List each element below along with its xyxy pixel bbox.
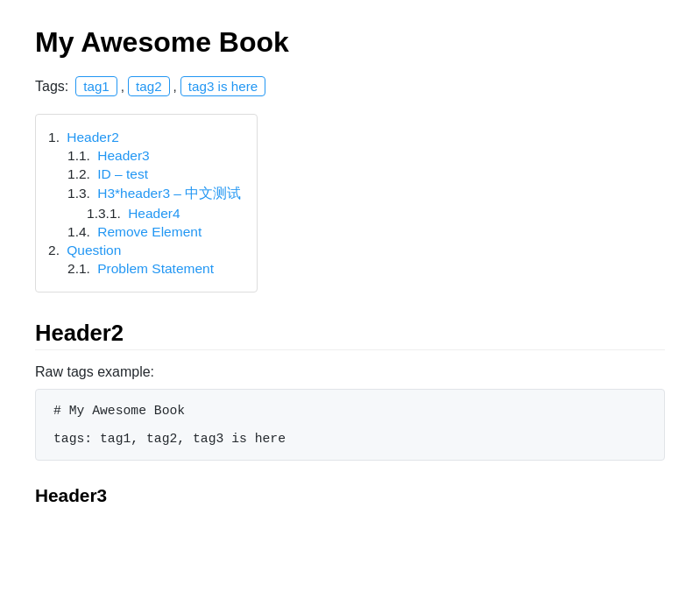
toc-item-1-3: 1.3. H3*header3 – 中文测试: [67, 185, 241, 203]
toc-item-1-4: 1.4. Remove Element: [67, 224, 241, 240]
toc-number-2: 2.: [48, 243, 60, 257]
toc-link-problem-statement[interactable]: Problem Statement: [97, 261, 214, 276]
table-of-contents: 1. Header2 1.1. Header3 1.2. ID – test 1…: [35, 114, 258, 292]
toc-number-2-1: 2.1.: [67, 261, 90, 276]
tag-badge-2: tag2: [128, 76, 170, 96]
toc-number-1: 1.: [48, 130, 60, 144]
toc-link-header2[interactable]: Header2: [67, 130, 119, 144]
toc-link-remove-element[interactable]: Remove Element: [97, 224, 202, 239]
toc-number-1-1: 1.1.: [67, 148, 90, 163]
toc-number-1-3: 1.3.: [67, 186, 90, 201]
tag-separator-1: ,: [121, 79, 124, 94]
toc-number-1-3-1: 1.3.1.: [87, 206, 121, 221]
toc-item-2: 2. Question: [48, 243, 241, 258]
section-heading-header3: Header3: [35, 485, 665, 506]
toc-link-header4[interactable]: Header4: [128, 206, 180, 221]
toc-item-1: 1. Header2: [48, 130, 241, 145]
toc-item-1-3-1: 1.3.1. Header4: [87, 206, 241, 222]
section-header3: Header3: [35, 485, 665, 506]
toc-number-1-4: 1.4.: [67, 224, 90, 239]
toc-list: 1. Header2 1.1. Header3 1.2. ID – test 1…: [48, 130, 241, 277]
section-header2: Header2 Raw tags example: # My Awesome B…: [35, 321, 665, 461]
section-heading-header2: Header2: [35, 321, 665, 350]
toc-item-1-1: 1.1. Header3: [67, 148, 241, 164]
toc-link-h3header3[interactable]: H3*header3 – 中文测试: [97, 186, 241, 201]
page-title: My Awesome Book: [35, 26, 665, 59]
tags-label: Tags:: [35, 79, 68, 95]
raw-tags-label: Raw tags example:: [35, 364, 665, 380]
tag-badge-1: tag1: [75, 76, 117, 96]
toc-link-id-test[interactable]: ID – test: [97, 166, 148, 181]
toc-item-2-1: 2.1. Problem Statement: [67, 261, 241, 277]
tag-badge-3: tag3 is here: [180, 76, 265, 96]
toc-item-1-2: 1.2. ID – test: [67, 166, 241, 182]
tag-separator-2: ,: [173, 79, 177, 94]
toc-number-1-2: 1.2.: [67, 166, 90, 181]
code-block-raw-tags: # My Awesome Book tags: tag1, tag2, tag3…: [35, 389, 665, 461]
toc-link-question[interactable]: Question: [67, 243, 121, 257]
toc-link-header3[interactable]: Header3: [97, 148, 150, 163]
tags-row: Tags: tag1 , tag2 , tag3 is here: [35, 76, 665, 96]
